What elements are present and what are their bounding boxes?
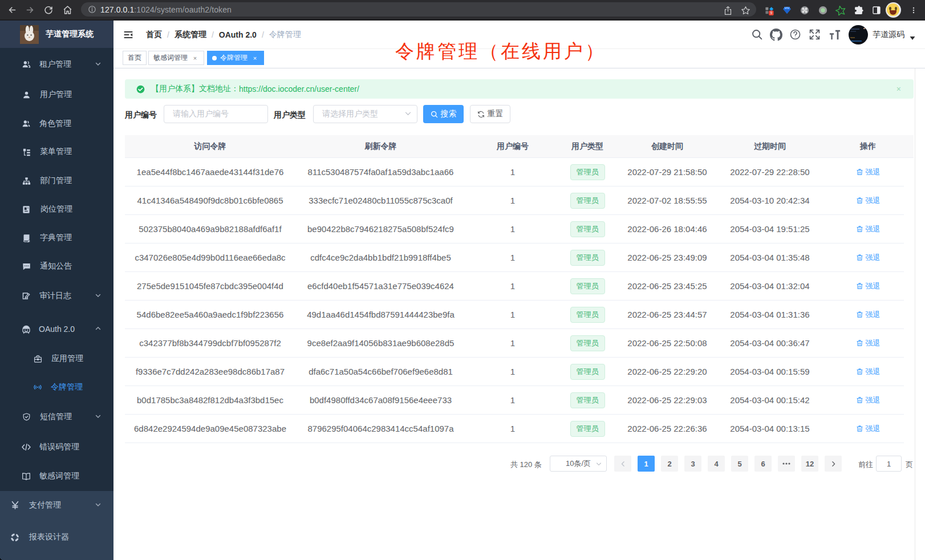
svg-text:9: 9 (770, 11, 772, 15)
